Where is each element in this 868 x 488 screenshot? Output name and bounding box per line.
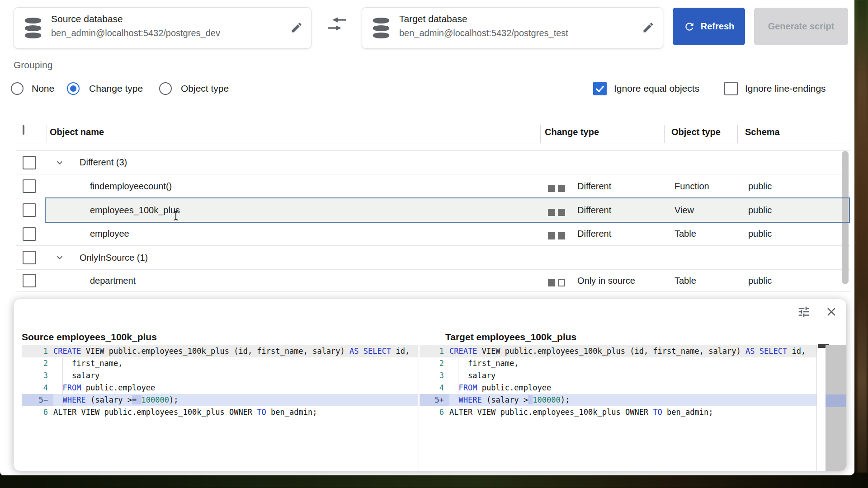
chevron-down-icon[interactable] bbox=[54, 252, 65, 265]
row-checkbox[interactable] bbox=[23, 203, 36, 217]
radio-option-change-type[interactable]: Change type bbox=[67, 82, 143, 95]
object-type-value: Function bbox=[675, 174, 709, 198]
checkbox[interactable] bbox=[724, 82, 738, 95]
sql-text: id, bbox=[391, 347, 410, 356]
row-checkbox[interactable] bbox=[23, 251, 36, 264]
toggle-label: Ignore line-endings bbox=[745, 82, 826, 95]
object-type-value: View bbox=[675, 198, 694, 222]
code-line: 2 first_name, bbox=[420, 357, 816, 370]
object-type-value: Table bbox=[675, 222, 696, 245]
diff-options-button[interactable] bbox=[796, 305, 811, 319]
generate-script-button[interactable]: Generate script bbox=[754, 8, 848, 45]
database-icon bbox=[25, 18, 41, 38]
header-separator bbox=[540, 125, 541, 143]
line-number: 4 bbox=[420, 382, 449, 394]
edit-source-database-button[interactable] bbox=[289, 21, 304, 35]
sql-text: salary bbox=[449, 371, 495, 380]
swap-horizontal-icon bbox=[326, 29, 348, 36]
sql-text: ); bbox=[169, 395, 178, 404]
change-type-value: Different bbox=[577, 198, 611, 222]
diff-map-change-marker bbox=[826, 394, 846, 407]
line-number: 2 bbox=[22, 357, 53, 370]
sql-text bbox=[53, 383, 62, 392]
group-row[interactable]: OnlyInSource (1) bbox=[16, 246, 850, 270]
sql-keyword: TO bbox=[257, 408, 266, 417]
diff-panel: Source employees_100k_plus Target employ… bbox=[14, 299, 846, 471]
sql-keyword: TO bbox=[653, 408, 662, 417]
toggle-ignore-equal-objects[interactable]: Ignore equal objects bbox=[593, 82, 699, 95]
diff-map[interactable] bbox=[826, 345, 846, 471]
sql-keyword: AS SELECT bbox=[349, 347, 391, 356]
radio-circle[interactable] bbox=[67, 82, 80, 95]
table-row[interactable]: findemployeecount()DifferentFunctionpubl… bbox=[16, 174, 850, 198]
code-text: WHERE (salary >= 100000); bbox=[53, 394, 418, 406]
table-row[interactable]: employees_100k_plusDifferentViewpublic bbox=[16, 198, 850, 222]
sql-text: salary bbox=[53, 371, 99, 380]
diff-segment: = bbox=[132, 395, 141, 404]
sql-text: ); bbox=[561, 395, 570, 404]
radio-option-none[interactable]: None bbox=[11, 82, 54, 95]
target-code-editor[interactable]: 1CREATE VIEW public.employees_100k_plus … bbox=[420, 345, 816, 471]
change-type-value: Only in source bbox=[577, 270, 635, 291]
close-panel-button[interactable] bbox=[824, 305, 839, 319]
code-line: 6ALTER VIEW public.employees_100k_plus O… bbox=[420, 406, 816, 418]
sql-number: 100000 bbox=[142, 395, 169, 404]
chevron-down-icon[interactable] bbox=[54, 157, 65, 170]
schema-value: public bbox=[748, 270, 772, 291]
database-icon bbox=[373, 18, 389, 38]
sql-text: id, bbox=[787, 347, 806, 356]
code-text: salary bbox=[53, 370, 418, 382]
radio-label: None bbox=[32, 82, 54, 95]
change-type-icon bbox=[548, 183, 568, 193]
object-type-value: Table bbox=[675, 270, 696, 291]
source-card-connection: ben_admin@localhost:5432/postgres_dev bbox=[51, 28, 220, 38]
sql-text: public.employee bbox=[477, 383, 551, 392]
select-all-checkbox[interactable] bbox=[23, 125, 24, 135]
source-code-editor[interactable]: 1CREATE VIEW public.employees_100k_plus … bbox=[22, 345, 418, 471]
group-row[interactable]: Different (3) bbox=[16, 151, 850, 174]
header-separator bbox=[47, 125, 47, 143]
sql-text: public.employee bbox=[81, 383, 155, 392]
code-text: FROM public.employee bbox=[449, 382, 816, 394]
sql-keyword: WHERE bbox=[62, 395, 85, 404]
target-card-title: Target database bbox=[399, 14, 467, 24]
pane-divider bbox=[419, 345, 419, 471]
indent-guide bbox=[458, 358, 458, 407]
sql-keyword: CREATE bbox=[53, 347, 81, 356]
gutter-border bbox=[450, 358, 450, 407]
line-number: 3 bbox=[22, 370, 53, 382]
code-text: FROM public.employee bbox=[53, 382, 418, 394]
code-text: WHERE (salary > 100000); bbox=[449, 394, 816, 406]
row-checkbox[interactable] bbox=[23, 274, 36, 287]
refresh-button[interactable]: Refresh bbox=[673, 8, 745, 45]
code-text: salary bbox=[449, 370, 816, 382]
row-checkbox[interactable] bbox=[23, 227, 36, 241]
close-icon bbox=[825, 313, 838, 320]
edit-target-database-button[interactable] bbox=[641, 21, 656, 35]
line-number: 2 bbox=[420, 357, 449, 370]
radio-circle[interactable] bbox=[159, 82, 172, 95]
code-line: 5− WHERE (salary >= 100000); bbox=[22, 394, 418, 406]
row-checkbox[interactable] bbox=[23, 156, 36, 169]
toggle-ignore-line-endings[interactable]: Ignore line-endings bbox=[724, 82, 826, 95]
line-number: 4 bbox=[22, 382, 53, 394]
object-name: findemployeecount() bbox=[90, 174, 172, 198]
code-line: 3 salary bbox=[420, 370, 816, 382]
change-type-value: Different bbox=[577, 174, 611, 198]
checkbox[interactable] bbox=[593, 82, 607, 95]
change-type-icon bbox=[548, 206, 568, 217]
swap-databases-button[interactable] bbox=[326, 15, 348, 35]
change-type-value: Different bbox=[577, 222, 611, 245]
target-database-card: Target database ben_admin@localhost:5432… bbox=[362, 7, 663, 49]
table-row[interactable]: employeeDifferentTablepublic bbox=[16, 222, 850, 246]
table-row[interactable]: departmentOnly in sourceTablepublic bbox=[16, 270, 850, 292]
target-card-connection: ben_admin@localhost:5432/postgres_test bbox=[399, 28, 568, 38]
code-line: 1CREATE VIEW public.employees_100k_plus … bbox=[22, 345, 418, 357]
row-checkbox[interactable] bbox=[23, 179, 36, 193]
table-scrollbar-thumb[interactable] bbox=[842, 151, 849, 284]
app-window: Source database ben_admin@localhost:5432… bbox=[0, 0, 854, 475]
sql-text: (salary bbox=[86, 395, 127, 404]
radio-circle[interactable] bbox=[11, 82, 24, 95]
radio-option-object-type[interactable]: Object type bbox=[159, 82, 229, 95]
source-card-title: Source database bbox=[51, 14, 123, 24]
